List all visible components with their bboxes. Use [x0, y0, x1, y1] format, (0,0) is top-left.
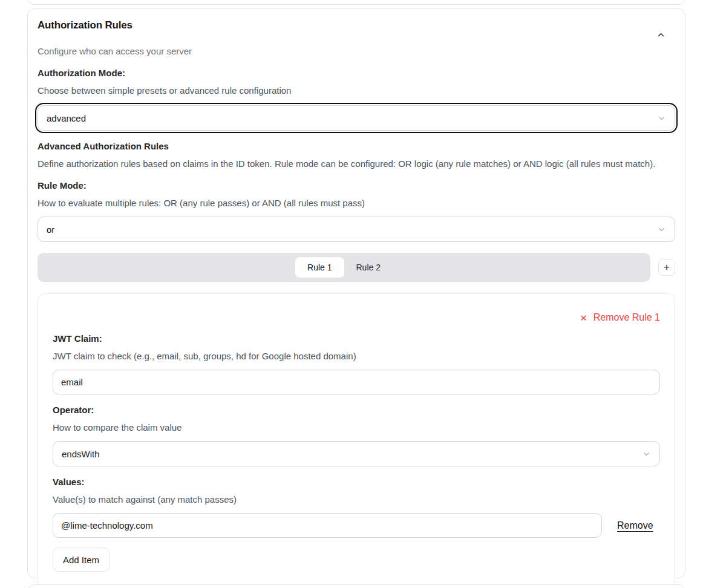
jwt-claim-input[interactable] [53, 370, 660, 394]
operator-select[interactable]: endsWith [53, 441, 660, 466]
collapse-section-button[interactable] [654, 28, 668, 42]
card-title: Authorization Rules [38, 18, 132, 33]
rule-tabs-bar: Rule 1 Rule 2 [38, 253, 650, 282]
remove-rule-row: ✕ Remove Rule 1 [53, 312, 660, 323]
authorization-mode-select[interactable]: advanced [38, 105, 675, 131]
rule-mode-description: How to evaluate multiple rules: OR (any … [38, 197, 675, 209]
remove-rule-label: Remove Rule 1 [593, 312, 660, 323]
operator-value: endsWith [62, 449, 100, 459]
advanced-rules-description: Define authorization rules based on clai… [38, 157, 675, 170]
rule-mode-value: or [47, 224, 54, 235]
remove-rule-button[interactable]: ✕ Remove Rule 1 [580, 312, 660, 323]
operator-description: How to compare the claim value [53, 421, 660, 434]
authorization-mode-value: advanced [47, 113, 86, 123]
authorization-mode-description: Choose between simple presets or advance… [38, 84, 675, 97]
values-label: Values: [53, 475, 660, 488]
advanced-rules-heading: Advanced Authorization Rules [38, 140, 675, 152]
values-description: Value(s) to match against (any match pas… [53, 493, 660, 506]
settings-page: Authorization Rules Configure who can ac… [0, 0, 703, 588]
operator-label: Operator: [53, 403, 660, 416]
add-item-button[interactable]: Add Item [53, 547, 110, 572]
previous-card-edge [27, 0, 685, 5]
add-rule-button[interactable]: + [658, 259, 675, 276]
chevron-down-icon [657, 225, 666, 234]
chevron-down-icon [657, 114, 666, 123]
value-item-row: Remove [53, 513, 660, 538]
chevron-up-icon [656, 32, 665, 41]
rule-mode-select[interactable]: or [38, 217, 675, 242]
rule-mode-label: Rule Mode: [38, 179, 675, 192]
next-card-edge [27, 584, 685, 588]
x-icon: ✕ [580, 313, 587, 322]
jwt-claim-label: JWT Claim: [53, 332, 660, 345]
card-header: Authorization Rules [38, 18, 675, 42]
rule-tabs-row: Rule 1 Rule 2 + [38, 253, 675, 282]
card-subtitle: Configure who can access your server [38, 45, 675, 57]
authorization-mode-label: Authorization Mode: [38, 67, 675, 79]
jwt-claim-description: JWT claim to check (e.g., email, sub, gr… [53, 350, 660, 362]
authorization-rules-card: Authorization Rules Configure who can ac… [27, 8, 685, 578]
tab-rule-2[interactable]: Rule 2 [344, 257, 393, 278]
rule-editor-card: ✕ Remove Rule 1 JWT Claim: JWT claim to … [38, 293, 675, 588]
chevron-down-icon [642, 449, 651, 459]
tab-rule-1[interactable]: Rule 1 [295, 257, 344, 278]
remove-value-button[interactable]: Remove [617, 520, 653, 531]
value-input[interactable] [53, 513, 602, 538]
